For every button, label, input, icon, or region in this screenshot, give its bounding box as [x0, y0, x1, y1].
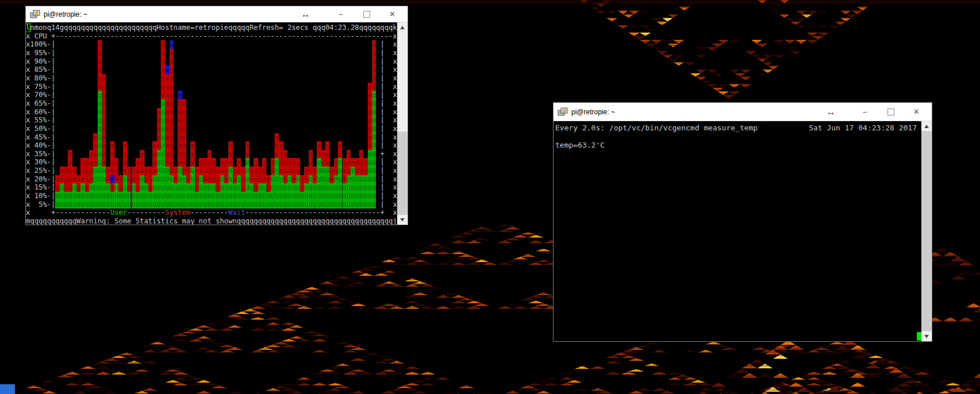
nmon-scrollbar-thumb[interactable]	[397, 132, 408, 215]
cpu-bar-cell-user: U	[64, 192, 68, 200]
watch-terminal-screen[interactable]: Every 2.0s: /opt/vc/bin/vcgencmd measure…	[554, 121, 932, 341]
cpu-bar-cell-user: U	[363, 175, 367, 184]
cpu-bar-cell-system: s	[85, 183, 89, 192]
cpu-bar-cell-system: s	[279, 150, 283, 159]
cpu-bar-cell-user: U	[161, 125, 165, 133]
cpu-bar-cell-system: s	[85, 167, 89, 175]
cpu-bar-cell-user: U	[190, 200, 194, 209]
cpu-bar-cell-user: U	[372, 116, 376, 125]
cpu-bar-cell-user: U	[199, 192, 203, 200]
cpu-bar-cell-system: s	[253, 183, 258, 192]
cpu-bar-cell-user: U	[338, 192, 342, 200]
cpu-bar-cell-user: U	[241, 200, 245, 209]
taskbar-fragment[interactable]	[0, 384, 15, 394]
scroll-up-button[interactable]	[397, 22, 408, 32]
temp-output: temp=63.2'C	[555, 141, 605, 149]
cpu-bar-cell-system: s	[368, 108, 372, 117]
cpu-bar-cell-system: s	[195, 183, 199, 192]
watch-titlebar[interactable]: pi@retropie: ~ ↔ – ✕	[554, 103, 932, 121]
cpu-bar-cell-user: U	[266, 200, 270, 209]
cpu-bar-cell-user: U	[98, 141, 102, 150]
cpu-bar-cell-system: s	[132, 175, 136, 184]
cpu-bar-cell-system: s	[283, 158, 287, 167]
cpu-bar-cell-system: s	[110, 158, 114, 167]
cpu-bar-cell-system: s	[157, 108, 161, 117]
cpu-bar-cell-user: U	[368, 158, 372, 167]
cpu-bar-cell-user: U	[102, 175, 106, 184]
cpu-bar-cell-system: s	[224, 167, 228, 175]
cpu-bar-cell-user: U	[212, 200, 216, 209]
cpu-bar-cell-user: U	[368, 167, 372, 175]
cpu-bar-cell-user: U	[60, 200, 64, 209]
nmon-terminal-screen[interactable]: lnmonq14gqqqqqqqqqqqqqqqqqqqqqqHostname=…	[26, 22, 397, 225]
close-button[interactable]: ✕	[904, 103, 929, 121]
cpu-bar-cell-system: s	[313, 167, 317, 175]
cpu-bar-cell-user: U	[338, 158, 342, 167]
cpu-bar-cell-user: U	[182, 200, 186, 209]
cpu-bar-cell-system: s	[170, 125, 174, 133]
close-button[interactable]: ✕	[379, 6, 405, 22]
scroll-down-button[interactable]	[397, 215, 408, 225]
cpu-bar-cell-user: U	[98, 200, 102, 209]
terminal-text-line: x +-------------User---------System-----…	[26, 208, 397, 217]
cpu-bar-cell-system: s	[102, 141, 106, 150]
cpu-bar-cell-user: U	[165, 175, 169, 184]
watch-scrollbar-thumb[interactable]	[921, 131, 932, 331]
cpu-bar-cell-user: U	[325, 200, 329, 209]
cpu-bar-cell-system: s	[178, 116, 182, 125]
cpu-bar-cell-user: U	[203, 192, 207, 200]
putty-icon	[30, 10, 40, 19]
cpu-bar-cell-user: U	[102, 183, 106, 192]
cpu-bar-cell-user: U	[118, 200, 122, 209]
terminal-text-line: x 50%-| | x	[26, 125, 55, 133]
scroll-up-icon	[924, 125, 929, 128]
watch-scrollbar[interactable]	[921, 121, 932, 341]
cpu-bar-cell-system: s	[186, 175, 190, 184]
cpu-bar-cell-user: U	[351, 183, 355, 192]
nmon-titlebar[interactable]: pi@retropie: ~ ↔ – ✕	[26, 6, 408, 22]
putty-window-nmon: pi@retropie: ~ ↔ – ✕ lnmonq14gqqqqqqqqqq…	[25, 6, 408, 225]
cpu-bar-cell-system: s	[287, 167, 291, 175]
cpu-bar-cell-user: U	[283, 192, 287, 200]
terminal-text-line: x 35%-| + x	[26, 150, 55, 159]
maximize-button[interactable]	[353, 6, 379, 22]
cpu-bar-cell-system: s	[296, 158, 300, 167]
cpu-bar-cell-user: U	[249, 183, 253, 192]
cpu-bar-cell-user: U	[216, 192, 220, 200]
cpu-bar-cell-user: U	[199, 200, 203, 209]
cpu-bar-cell-user: U	[102, 167, 106, 175]
minimize-button[interactable]: –	[852, 103, 878, 121]
cpu-bar-cell-system: s	[199, 167, 203, 175]
cpu-bar-cell-user: U	[140, 192, 144, 200]
cpu-bar-cell-user: U	[132, 192, 136, 200]
cpu-bar-cell-user: U	[157, 167, 161, 175]
cpu-bar-cell-system: s	[80, 158, 84, 167]
nmon-scrollbar[interactable]	[397, 22, 408, 225]
cpu-bar-cell-user: U	[157, 183, 161, 192]
cpu-bar-cell-user: U	[233, 200, 237, 209]
cpu-bar-cell-user: U	[317, 158, 321, 167]
scroll-up-button[interactable]	[921, 121, 932, 131]
cpu-bar-cell-user: U	[253, 192, 258, 200]
minimize-button[interactable]: –	[328, 6, 353, 22]
cpu-bar-cell-system: s	[178, 133, 182, 142]
cpu-bar-cell-user: U	[325, 167, 329, 175]
cpu-bar-cell-system: s	[347, 158, 351, 167]
cpu-bar-cell-system: s	[212, 175, 216, 184]
cpu-bar-cell-system: s	[165, 74, 169, 83]
terminal-text-line: x 90%-| | x	[26, 57, 55, 66]
cpu-bar-cell-user: U	[313, 200, 317, 209]
cpu-bar-cell-user: U	[359, 175, 363, 184]
cpu-bar-cell-wait: W	[170, 40, 174, 49]
cpu-bar-cell-system: s	[203, 167, 207, 175]
scroll-down-button[interactable]	[921, 331, 932, 341]
cpu-bar-cell-user: U	[161, 175, 165, 184]
cpu-bar-cell-system: s	[68, 158, 72, 167]
maximize-button[interactable]	[878, 103, 904, 121]
cpu-bar-cell-user: U	[317, 167, 321, 175]
cpu-bar-cell-system: s	[157, 141, 161, 150]
cpu-bar-cell-user: U	[245, 183, 249, 192]
cpu-bar-cell-system: s	[368, 133, 372, 142]
cpu-bar-cell-user: U	[199, 183, 203, 192]
terminal-text-line: x 55%-| | x	[26, 116, 55, 125]
